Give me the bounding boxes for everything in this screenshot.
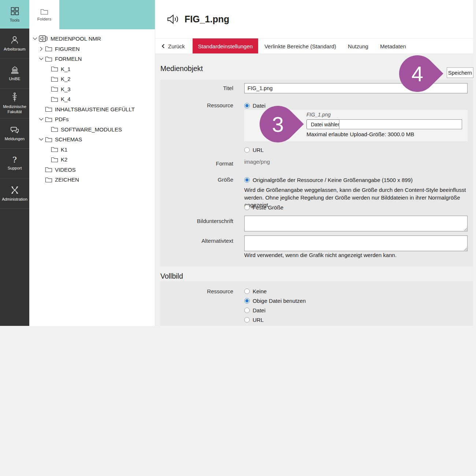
radio-vollbild-url-label: URL	[253, 317, 264, 323]
radio-selected-icon[interactable]	[244, 298, 250, 304]
folder-icon	[40, 8, 48, 15]
sidebar-item-label: Tools	[10, 18, 20, 22]
tree-item-inhaltsbausteine-gefuellt[interactable]: INHALTSBAUSTEINE GEFÜLLT	[29, 104, 155, 115]
chevron-right-icon[interactable]	[37, 46, 45, 52]
tree-item-k_1[interactable]: K_1	[29, 64, 155, 74]
tree-item-zeichen[interactable]: ZEICHEN	[29, 175, 155, 185]
bildunterschrift-textarea[interactable]	[244, 216, 468, 231]
folder-icon	[51, 146, 58, 152]
folder-icon	[51, 96, 58, 102]
radio-keine-label: Keine	[253, 288, 267, 294]
sidebar-item-medizinische-fakultaet[interactable]: Medizinische Fakultät	[0, 89, 29, 119]
tab-verlinkte-bereiche[interactable]: Verlinkte Bereiche (Standard)	[259, 38, 342, 54]
radio-datei[interactable]: Datei	[244, 102, 265, 109]
alternativtext-textarea[interactable]	[244, 235, 468, 251]
tree-item-label: FIGUREN	[55, 46, 80, 52]
radio-originalgroesse[interactable]: Originalgröße der Ressource / Keine Größ…	[244, 176, 413, 183]
radio-feste-groesse[interactable]: Feste Größe	[244, 204, 283, 211]
sidebar-item-tools[interactable]: Tools	[0, 0, 29, 29]
sidebar-item-label: Meldungen	[5, 137, 25, 142]
sidebar-item-administration[interactable]: Administration	[0, 179, 29, 209]
ressource-label: Ressource	[160, 102, 233, 109]
titel-label: Titel	[160, 85, 233, 92]
screen: Tools Arbeitsraum UniBE Medizinische Fak…	[0, 0, 476, 476]
tree-item-schemas[interactable]: SCHEMAS	[29, 134, 155, 145]
sidebar-item-meldungen[interactable]: Meldungen	[0, 119, 29, 149]
tree-item-k_3[interactable]: K_3	[29, 84, 155, 94]
radio-unselected-icon[interactable]	[244, 308, 250, 313]
medienobjekt-panel: Titel Ressource Datei FIG_1.png Datei wä…	[160, 80, 473, 267]
radio-obige-datei-label: Obige Datei benutzen	[253, 298, 306, 304]
tree-item-formeln[interactable]: FORMELN	[29, 54, 155, 64]
radio-unselected-icon[interactable]	[244, 317, 250, 323]
back-label: Zurück	[168, 43, 185, 49]
radio-selected-icon[interactable]	[244, 177, 250, 183]
tree-item-medienpool-nmr[interactable]: MEDIENPOOL NMR	[29, 34, 155, 44]
main-header: FIG_1.png	[155, 0, 473, 38]
vollbild-ressource-label: Ressource	[160, 288, 233, 295]
radio-keine[interactable]: Keine	[244, 287, 267, 295]
file-path-input[interactable]	[339, 119, 462, 129]
tree-item-label: K_4	[61, 96, 71, 102]
tab-standardeinstellungen[interactable]: Standardeinstellungen	[193, 38, 258, 54]
radio-originalgroesse-label: Originalgröße der Ressource / Keine Größ…	[253, 177, 413, 183]
bildunterschrift-label: Bildunterschrift	[160, 217, 233, 225]
chevron-left-icon	[161, 44, 165, 49]
tab-bar: Zurück Standardeinstellungen Verlinkte B…	[155, 38, 473, 54]
settings-form: Medienobjekt Speichern Titel Ressource D…	[155, 53, 473, 326]
radio-vollbild-datei[interactable]: Datei	[244, 306, 265, 314]
sidebar-item-label: UniBE	[9, 77, 20, 82]
radio-url-label: URL	[253, 147, 264, 153]
sidebar-item-support[interactable]: ? Support	[0, 149, 29, 179]
radio-url[interactable]: URL	[244, 146, 264, 153]
tree-item-videos[interactable]: VIDEOS	[29, 165, 155, 175]
chevron-down-icon[interactable]	[37, 56, 45, 62]
alternativtext-help: Wird verwendet, wenn die Grafik nicht an…	[244, 252, 397, 258]
tab-folders[interactable]: Folders	[29, 0, 59, 29]
back-button[interactable]: Zurück	[155, 38, 192, 54]
tree-item-figuren[interactable]: FIGUREN	[29, 44, 155, 54]
vollbild-panel: Ressource Keine Obige Datei benutzen Dat…	[160, 281, 473, 326]
chevron-down-icon[interactable]	[37, 137, 45, 142]
titel-input[interactable]	[244, 83, 468, 93]
tree-item-label: VIDEOS	[55, 167, 76, 173]
folder-panel: Folders MEDIENPOOL NMR FIGUREN FORMELN	[29, 0, 155, 326]
radio-unselected-icon[interactable]	[244, 289, 250, 294]
folder-icon	[45, 137, 52, 142]
chevron-down-icon[interactable]	[37, 116, 45, 122]
current-file-name: FIG_1.png	[306, 112, 331, 118]
tree-item-k_4[interactable]: K_4	[29, 94, 155, 104]
tree-item-k1[interactable]: K1	[29, 145, 155, 155]
chevron-down-icon[interactable]	[31, 36, 39, 41]
sidebar-item-unibe[interactable]: UniBE	[0, 59, 29, 89]
question-mark-icon: ?	[12, 156, 17, 164]
folder-panel-header-fill	[59, 0, 155, 29]
tree-item-k2[interactable]: K2	[29, 155, 155, 165]
grid-icon	[10, 7, 19, 16]
radio-vollbild-url[interactable]: URL	[244, 316, 264, 323]
sidebar-item-label: Support	[8, 166, 22, 171]
radio-vollbild-datei-label: Datei	[253, 307, 265, 313]
tab-nutzung[interactable]: Nutzung	[342, 38, 374, 54]
folder-panel-header: Folders	[29, 0, 155, 29]
radio-unselected-icon[interactable]	[244, 205, 250, 210]
tree-item-k_2[interactable]: K_2	[29, 74, 155, 84]
folder-tree: MEDIENPOOL NMR FIGUREN FORMELN K_1 K_2	[29, 29, 155, 185]
person-icon	[10, 35, 19, 45]
tree-item-label: FORMELN	[55, 56, 82, 62]
upload-size-hint: Maximal erlaubte Upload-Größe: 3000.0 MB	[306, 131, 414, 137]
radio-unselected-icon[interactable]	[244, 147, 250, 153]
tree-item-software_modules[interactable]: SOFTWARE_MODULES	[29, 124, 155, 135]
sidebar-item-arbeitsraum[interactable]: Arbeitsraum	[0, 29, 29, 59]
format-label: Format	[160, 160, 233, 167]
save-button[interactable]: Speichern	[447, 67, 473, 78]
tree-item-label: SCHEMAS	[55, 136, 82, 142]
radio-obige-datei[interactable]: Obige Datei benutzen	[244, 297, 306, 304]
folder-icon	[51, 66, 58, 72]
tree-item-label: SOFTWARE_MODULES	[61, 126, 122, 133]
sidebar-item-label: Arbeitsraum	[4, 47, 25, 52]
folder-icon	[45, 116, 52, 122]
tree-item-pdfs[interactable]: PDFs	[29, 114, 155, 124]
radio-selected-icon[interactable]	[244, 103, 250, 108]
tab-metadaten[interactable]: Metadaten	[375, 38, 412, 54]
